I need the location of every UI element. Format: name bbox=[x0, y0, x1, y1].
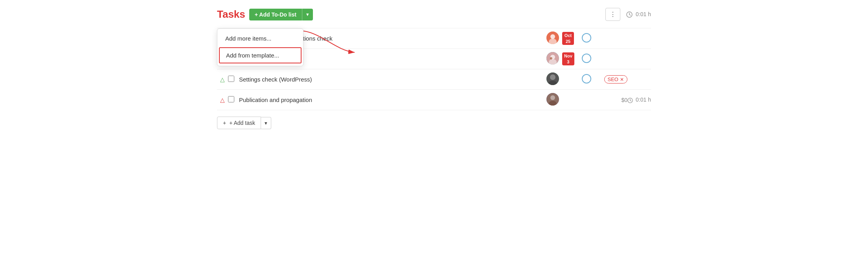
date-badge: Nov 3 bbox=[562, 52, 574, 65]
no-circle bbox=[582, 90, 596, 110]
task-name: Publication and propagation bbox=[239, 90, 546, 110]
svg-point-15 bbox=[550, 95, 555, 100]
dropdown-add-more[interactable]: Add more items... bbox=[217, 30, 303, 46]
warning-icon-cell: △ bbox=[217, 90, 228, 110]
circle-button-cell[interactable] bbox=[582, 69, 596, 90]
no-date-badge bbox=[562, 69, 582, 90]
date-badge-cell: Nov 3 bbox=[562, 49, 582, 69]
avatar-img bbox=[546, 72, 559, 85]
svg-point-5 bbox=[550, 34, 555, 39]
no-date-badge bbox=[562, 90, 582, 110]
seo-tag: SEO ✕ bbox=[604, 75, 627, 83]
status-circle-button[interactable] bbox=[582, 33, 591, 43]
add-todo-group: + Add To-Do list ▾ bbox=[249, 9, 313, 20]
more-options-button[interactable]: ⋮ bbox=[605, 8, 620, 21]
avatar-img bbox=[546, 52, 559, 65]
time-display: 0:01 h bbox=[626, 11, 651, 18]
money-cell: $0 bbox=[596, 90, 627, 110]
add-todo-button[interactable]: + Add To-Do list bbox=[249, 9, 302, 20]
task-name: Settings check (WordPress) bbox=[239, 69, 546, 90]
avatar-img bbox=[546, 32, 559, 44]
svg-line-19 bbox=[630, 100, 631, 101]
checkbox-cell[interactable] bbox=[228, 69, 239, 90]
warning-triangle-icon: △ bbox=[220, 76, 225, 83]
status-circle-button[interactable] bbox=[582, 54, 591, 63]
checkbox-cell[interactable] bbox=[228, 90, 239, 110]
add-todo-dropdown-button[interactable]: ▾ bbox=[302, 9, 313, 20]
warning-icon-cell: △ bbox=[217, 69, 228, 90]
header-left: Tasks + Add To-Do list ▾ bbox=[217, 8, 313, 20]
add-task-button[interactable]: + + Add task bbox=[217, 117, 261, 129]
avatar bbox=[546, 52, 559, 65]
header-row: Tasks + Add To-Do list ▾ ⋮ 0:01 h Add mo… bbox=[217, 8, 651, 25]
add-task-dropdown-button[interactable]: ▾ bbox=[261, 117, 271, 129]
svg-line-2 bbox=[629, 15, 631, 15]
task-checkbox[interactable] bbox=[228, 76, 234, 82]
avatar-cell bbox=[546, 49, 562, 69]
date-badge-cell: Oct 25 bbox=[562, 28, 582, 49]
time-clock-icon bbox=[627, 98, 633, 103]
avatar-cell bbox=[546, 69, 562, 90]
tag-cell: SEO ✕ bbox=[596, 69, 627, 90]
avatar-img bbox=[546, 93, 559, 106]
task-checkbox[interactable] bbox=[228, 96, 234, 102]
time-cell bbox=[596, 49, 627, 69]
avatar bbox=[546, 93, 559, 106]
avatar bbox=[546, 72, 559, 85]
dropdown-add-template[interactable]: Add from template... bbox=[219, 47, 302, 63]
time-cell bbox=[596, 28, 627, 49]
status-circle-button[interactable] bbox=[582, 74, 591, 83]
avatar-cell bbox=[546, 28, 562, 49]
table-row: △ Publication and propagation bbox=[217, 90, 651, 110]
circle-button-cell[interactable] bbox=[582, 49, 596, 69]
plus-icon: + bbox=[223, 120, 226, 126]
footer-row: + + Add task ▾ bbox=[217, 117, 651, 129]
seo-tag-remove-button[interactable]: ✕ bbox=[620, 77, 624, 82]
avatar-cell bbox=[546, 90, 562, 110]
time-cell: 0:01 h bbox=[627, 90, 651, 110]
dropdown-menu: Add more items... Add from template... bbox=[217, 28, 303, 66]
svg-point-12 bbox=[550, 74, 555, 80]
clock-icon bbox=[626, 11, 633, 18]
time-label: 0:01 h bbox=[636, 11, 651, 17]
table-row: △ Settings check (WordPress) bbox=[217, 69, 651, 90]
avatar bbox=[546, 32, 559, 44]
header-right: ⋮ 0:01 h bbox=[605, 8, 651, 21]
svg-point-10 bbox=[550, 57, 552, 59]
page-title: Tasks bbox=[217, 8, 245, 20]
warning-triangle-red-icon: △ bbox=[220, 96, 225, 103]
circle-button-cell[interactable] bbox=[582, 28, 596, 49]
date-badge: Oct 25 bbox=[562, 32, 574, 45]
